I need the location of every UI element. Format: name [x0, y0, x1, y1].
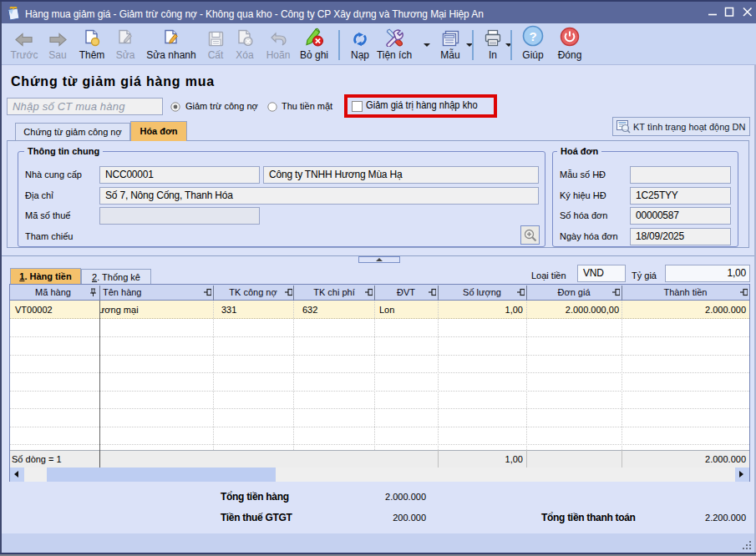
svg-text:?: ?: [529, 29, 536, 43]
